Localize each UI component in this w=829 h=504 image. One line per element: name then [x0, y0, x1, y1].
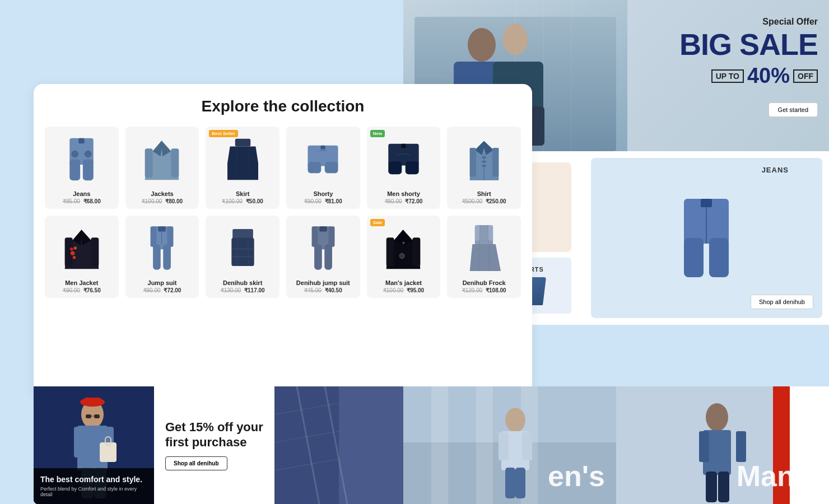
shirt-product-img	[466, 138, 502, 180]
denim-svg	[274, 386, 403, 504]
price-sale-jeans: ₹68.00	[83, 198, 101, 204]
svg-rect-64	[167, 226, 174, 246]
product-card-jumpsuit[interactable]: Jump suit ₹90.00 ₹72.00	[125, 216, 199, 298]
product-name-skirt: Skirt	[210, 190, 275, 197]
product-card-mans-jacket[interactable]: Sale Man's jacket ₹100.00 ₹95.00	[367, 216, 441, 298]
hero-big-sale-text: BIG SALE	[679, 29, 818, 59]
product-name-shirt: Shirt	[451, 190, 516, 197]
banner-offer: Get 15% off your first purchase Shop all…	[154, 386, 274, 504]
shop-all-denihub-offer-button[interactable]: Shop all denihub	[165, 456, 227, 470]
svg-rect-78	[314, 244, 322, 269]
svg-marker-88	[470, 244, 501, 271]
collection-title: Explore the collection	[45, 97, 521, 115]
product-card-denihub-jumpsuit[interactable]: Denihub jump suit ₹45.00 ₹40.50	[286, 216, 360, 298]
svg-point-27	[72, 151, 78, 157]
product-price-jeans: ₹85.00 ₹68.00	[49, 198, 114, 204]
jeans-svg	[678, 193, 734, 283]
product-image-denihub-frock	[451, 220, 516, 276]
product-image-men-shorty	[371, 131, 436, 187]
product-image-jumpsuit	[130, 220, 195, 276]
product-price-denihub-skirt: ₹130.00 ₹117.00	[210, 287, 275, 293]
product-grid-row1: Jeans ₹85.00 ₹68.00 Jackets ₹100.00 ₹80.…	[45, 127, 521, 298]
svg-rect-83	[386, 237, 394, 266]
get-started-button[interactable]: Get started	[769, 102, 818, 117]
shop-all-denihub-button[interactable]: Shop all denihub	[751, 295, 813, 309]
svg-marker-34	[227, 146, 258, 180]
product-card-men-shorty[interactable]: New Men shorty ₹80.00 ₹72.00	[367, 127, 441, 209]
banner-offer-heading: Get 15% off your first purchase	[165, 420, 263, 450]
product-card-jeans[interactable]: Jeans ₹85.00 ₹68.00	[45, 127, 119, 209]
product-card-men-jacket[interactable]: Men Jacket ₹90.00 ₹76.50	[45, 216, 119, 298]
hero-special-offer-text: Special Offer	[679, 17, 818, 27]
product-card-shirt[interactable]: Shirt ₹500.00 ₹250.00	[447, 127, 521, 209]
product-card-jackets[interactable]: Jackets ₹100.00 ₹80.00	[125, 127, 199, 209]
svg-point-85	[399, 253, 404, 258]
product-name-jumpsuit: Jump suit	[130, 279, 195, 286]
svg-rect-67	[159, 226, 166, 231]
product-image-skirt	[210, 131, 275, 187]
product-name-men-jacket: Men Jacket	[49, 279, 114, 286]
hero-percent-text: 40%	[747, 64, 790, 88]
banner-denim-image	[274, 386, 403, 504]
svg-rect-119	[499, 432, 509, 460]
svg-rect-89	[475, 225, 480, 241]
right-bottom-banners: en's Man's	[403, 386, 829, 504]
collection-panel: Explore the collection Jeans ₹85.00 ₹68.…	[34, 84, 532, 398]
mans-jacket-product-img	[384, 226, 423, 270]
svg-rect-53	[482, 165, 486, 166]
svg-rect-48	[469, 147, 476, 176]
hero-text-area: Special Offer BIG SALE UP TO 40% OFF Get…	[679, 17, 818, 117]
banner-girl-text-block: The best comfort and style. Perfect blen…	[34, 468, 154, 504]
svg-rect-52	[482, 161, 486, 162]
product-name-shorty: Shorty	[291, 190, 356, 197]
svg-point-86	[403, 242, 405, 244]
product-name-men-shorty: Men shorty	[371, 190, 436, 197]
svg-point-61	[72, 256, 76, 259]
svg-rect-51	[482, 156, 486, 158]
svg-point-4	[503, 24, 528, 55]
svg-rect-69	[232, 229, 253, 239]
product-image-denihub-skirt	[210, 220, 275, 276]
banner-women-text: en's	[548, 459, 605, 493]
svg-point-28	[85, 151, 91, 157]
shorty-product-img	[305, 144, 341, 175]
banner-girl: DUNG1 The best comfort and style. Perfec…	[34, 386, 154, 504]
product-card-denihub-frock[interactable]: Denihub Frock ₹120.00 ₹108.00	[447, 216, 521, 298]
svg-rect-31	[145, 148, 153, 177]
svg-rect-129	[736, 431, 746, 462]
banner-man-text: Man's	[737, 459, 818, 493]
men-shorty-product-img	[385, 142, 422, 176]
svg-rect-79	[324, 244, 332, 269]
svg-rect-19	[684, 238, 704, 277]
hero-upto-text: UP TO	[711, 69, 744, 83]
category-right: JEANS Shop all denihub	[591, 158, 822, 318]
svg-rect-40	[321, 145, 325, 149]
hero-discount-row: UP TO 40% OFF	[679, 64, 818, 88]
svg-rect-115	[476, 386, 493, 504]
jeans-label: JEANS	[762, 166, 789, 174]
product-price-men-jacket: ₹90.00 ₹76.50	[49, 287, 114, 293]
svg-rect-45	[401, 144, 406, 148]
product-card-skirt[interactable]: Best Seller Skirt ₹100.00 ₹50.00	[206, 127, 280, 209]
product-price-mans-jacket: ₹100.00 ₹95.00	[371, 287, 436, 293]
product-card-denihub-skirt[interactable]: Denihub skirt ₹130.00 ₹117.00	[206, 216, 280, 298]
svg-point-59	[73, 246, 77, 250]
svg-rect-103	[94, 414, 100, 418]
product-name-mans-jacket: Man's jacket	[371, 279, 436, 286]
svg-rect-39	[325, 162, 338, 173]
svg-point-58	[71, 251, 74, 255]
badge-new: New	[370, 130, 385, 137]
denihub-frock-product-img	[467, 223, 501, 273]
product-card-shorty[interactable]: Shorty ₹90.00 ₹81.00	[286, 127, 360, 209]
svg-rect-131	[718, 472, 729, 502]
product-price-jackets: ₹100.00 ₹80.00	[130, 198, 195, 204]
svg-rect-43	[388, 161, 402, 174]
svg-point-126	[706, 403, 728, 431]
svg-rect-121	[505, 468, 515, 498]
svg-rect-66	[164, 244, 171, 269]
product-image-jeans	[49, 131, 114, 187]
skirt-product-img	[227, 136, 258, 183]
product-price-jumpsuit: ₹90.00 ₹72.00	[130, 287, 195, 293]
product-name-jeans: Jeans	[49, 190, 114, 197]
banner-women: en's	[403, 386, 616, 504]
